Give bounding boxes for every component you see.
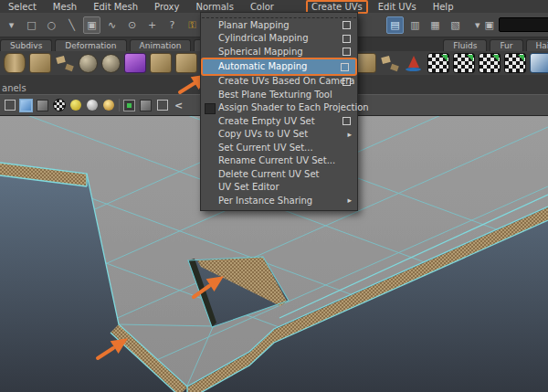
- menu-item-create-empty-uv-set[interactable]: Create Empty UV Set: [201, 114, 357, 128]
- menu-item-set-current-uv-set-[interactable]: Set Current UV Set...: [201, 141, 357, 154]
- shelf-tab-fur[interactable]: Fur: [490, 39, 522, 51]
- menu-item-cylindrical-mapping[interactable]: Cylindrical Mapping: [201, 32, 357, 46]
- menu-proxy[interactable]: Proxy: [146, 2, 187, 12]
- uv-checker-c-icon[interactable]: [479, 53, 501, 73]
- option-box-icon[interactable]: [342, 48, 351, 56]
- textured-cube-glyph: [37, 100, 48, 111]
- textured-cube-icon[interactable]: [36, 99, 49, 112]
- menu-item-spherical-mapping[interactable]: Spherical Mapping: [201, 45, 357, 58]
- menu-item-label: Rename Current UV Set...: [218, 155, 335, 165]
- menu-help[interactable]: Help: [425, 2, 462, 12]
- menu-item-label: Best Plane Texturing Tool: [218, 90, 332, 100]
- menu-item-label: Automatic Mapping: [218, 61, 307, 71]
- menu-item-label: Set Current UV Set...: [218, 143, 313, 153]
- status-left-icons: ▾□○╲▣∿⊙+?⚿▩: [0, 16, 221, 34]
- menu-item-create-uvs-based-on-camera[interactable]: Create UVs Based On Camera: [201, 75, 357, 89]
- menu-item-best-plane-texturing-tool[interactable]: Best Plane Texturing Tool: [201, 88, 357, 101]
- poly-shatter-icon[interactable]: [55, 54, 75, 72]
- uv-texture-editor-icon[interactable]: [530, 53, 548, 73]
- menu-item-automatic-mapping[interactable]: Automatic Mapping: [201, 58, 357, 76]
- uv-checker-grid-icon[interactable]: [504, 53, 526, 73]
- help-icon[interactable]: ?: [163, 16, 181, 34]
- shelf-tab-subdivs[interactable]: Subdivs: [0, 39, 52, 51]
- checkbox[interactable]: [205, 103, 216, 114]
- ipr-render-icon[interactable]: ▦: [427, 16, 444, 34]
- isolate-select-icon[interactable]: [122, 99, 136, 112]
- shelf-tab-deformation[interactable]: Deformation: [55, 39, 126, 51]
- checker-sphere-glyph: [53, 99, 66, 111]
- shelf-tab-fluids[interactable]: Fluids: [443, 39, 487, 51]
- light-yellow-icon[interactable]: [68, 99, 82, 112]
- panel-menu-partial-label[interactable]: anels: [2, 83, 26, 93]
- uv-projection-cone-icon[interactable]: [404, 54, 424, 72]
- menu-select[interactable]: Select: [0, 2, 45, 12]
- scene-cube-icon[interactable]: [139, 99, 153, 112]
- chevron-down-icon[interactable]: ▾: [474, 16, 481, 34]
- panel-frame-icon[interactable]: [155, 99, 169, 112]
- menu-item-planar-mapping[interactable]: Planar Mapping: [201, 18, 357, 32]
- render-frame-icon[interactable]: ▥: [406, 16, 424, 34]
- menu-bar: SelectMeshEdit MeshProxyNormalsColorCrea…: [0, 0, 548, 13]
- poly-cube-purple-icon[interactable]: [124, 53, 146, 73]
- chevron-down-icon[interactable]: ▾: [3, 16, 20, 34]
- square-select-icon[interactable]: □: [23, 16, 40, 34]
- snap-point-icon[interactable]: ⊙: [123, 16, 141, 34]
- create-uvs-menu: Planar MappingCylindrical MappingSpheric…: [200, 12, 358, 211]
- uv-plane-tiles-icon[interactable]: [380, 54, 400, 72]
- menu-normals[interactable]: Normals: [187, 2, 241, 12]
- wireframe-cube-glyph: [5, 100, 16, 111]
- render-settings-icon[interactable]: ▧: [447, 16, 464, 34]
- circle-select-icon[interactable]: ○: [43, 16, 60, 34]
- light-default-icon[interactable]: [85, 99, 99, 112]
- menu-item-label: Create Empty UV Set: [218, 116, 315, 126]
- divider: [119, 99, 120, 111]
- shelf-tab-animation[interactable]: Animation: [130, 39, 192, 51]
- option-box-icon[interactable]: [342, 35, 351, 43]
- light-glow-glyph: [103, 100, 114, 111]
- menu-mesh[interactable]: Mesh: [45, 2, 85, 12]
- poly-barrel-icon[interactable]: [4, 53, 26, 73]
- snap-grid-icon[interactable]: ▣: [83, 16, 100, 34]
- poly-planes-icon[interactable]: [150, 53, 172, 73]
- lock-icon[interactable]: ⚿: [184, 16, 201, 34]
- shelf-tab-hair[interactable]: Hair: [526, 39, 548, 51]
- field-mode-icon[interactable]: ▣: [484, 16, 495, 34]
- menu-item-copy-uvs-to-uv-set[interactable]: Copy UVs to UV Set▸: [201, 128, 357, 142]
- move-tool-icon[interactable]: +: [143, 16, 161, 34]
- poly-sphere-b-icon[interactable]: [101, 54, 121, 73]
- option-box-icon[interactable]: [342, 117, 351, 125]
- poly-sphere-tray-icon[interactable]: [29, 53, 51, 73]
- shaded-cube-icon[interactable]: [19, 99, 33, 112]
- share-node-icon[interactable]: <: [172, 99, 185, 112]
- command-input[interactable]: [499, 17, 548, 32]
- menu-edit-mesh[interactable]: Edit Mesh: [85, 2, 146, 12]
- menu-color[interactable]: Color: [242, 2, 282, 12]
- menu-item-label: Delete Current UV Set: [218, 169, 320, 179]
- uv-checker-b-icon[interactable]: [453, 53, 475, 73]
- poly-plane-select-icon[interactable]: [175, 53, 197, 73]
- render-view-icon[interactable]: ▤: [386, 16, 404, 34]
- menu-edit-uvs[interactable]: Edit UVs: [370, 2, 425, 12]
- menu-item-label: Create UVs Based On Camera: [218, 76, 354, 86]
- poly-sphere-a-icon[interactable]: [79, 54, 98, 73]
- menu-item-delete-current-uv-set[interactable]: Delete Current UV Set: [201, 167, 357, 181]
- menu-item-uv-set-editor[interactable]: UV Set Editor: [201, 181, 357, 195]
- menu-item-label: Assign Shader to Each Projection: [218, 102, 369, 112]
- light-default-glyph: [87, 100, 98, 111]
- uv-checker-a-icon[interactable]: [427, 53, 449, 73]
- menu-item-rename-current-uv-set-[interactable]: Rename Current UV Set...: [201, 154, 357, 168]
- menu-item-label: Planar Mapping: [218, 20, 290, 30]
- menu-item-assign-shader-to-each-projection[interactable]: Assign Shader to Each Projection: [201, 101, 357, 115]
- line-snap-icon[interactable]: ╲: [63, 16, 80, 34]
- light-yellow-glyph: [70, 100, 81, 111]
- menu-item-per-instance-sharing[interactable]: Per Instance Sharing▸: [201, 194, 357, 207]
- option-box-icon[interactable]: [342, 78, 351, 86]
- curve-snap-icon[interactable]: ∿: [103, 16, 121, 34]
- wireframe-cube-icon[interactable]: [3, 99, 16, 112]
- option-box-icon[interactable]: [341, 63, 349, 71]
- option-box-icon[interactable]: [342, 21, 351, 29]
- light-glow-icon[interactable]: [101, 99, 115, 112]
- checker-sphere-icon[interactable]: [52, 99, 66, 112]
- panel-frame-glyph: [157, 100, 168, 111]
- status-right-icons: ▤▥▦▧: [384, 16, 464, 34]
